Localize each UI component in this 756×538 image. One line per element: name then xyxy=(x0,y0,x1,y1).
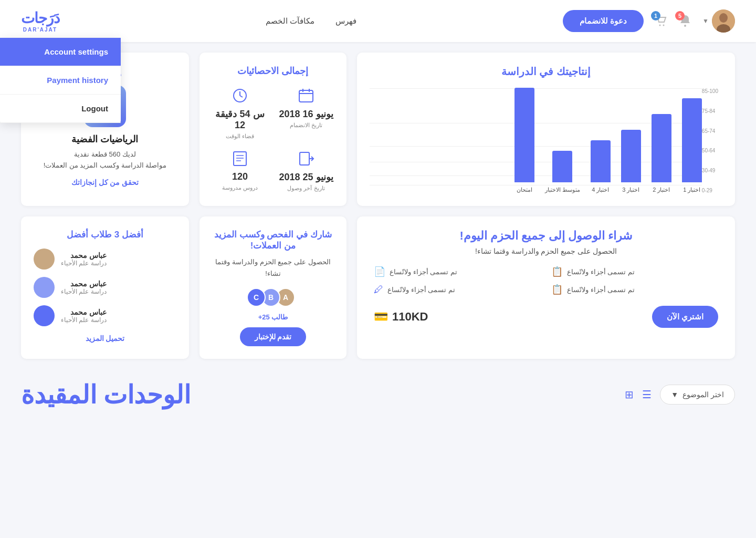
top-students-title: أفضل 3 طلاب أفضل xyxy=(34,229,176,240)
bar-2 xyxy=(652,114,671,182)
buy-now-button[interactable]: اشتري الآن xyxy=(652,306,718,328)
svg-rect-6 xyxy=(299,90,313,102)
bar-label-3: اختبار 3 xyxy=(622,187,639,193)
grid-view-icon[interactable]: ⊞ xyxy=(625,388,634,401)
student-subject-1: دراسة علم الأحياء xyxy=(61,260,107,267)
y-axis: 85-100 75-84 65-74 50-64 30-49 0-29 xyxy=(702,88,722,193)
bar-label-6: امتحان xyxy=(517,187,532,193)
bar-4 xyxy=(591,140,611,182)
avatars-row: A B C xyxy=(212,288,334,307)
y-label-4: 30-49 xyxy=(702,168,718,173)
buy-feature-label-3: تم تسمى أجزاء ولاتّساع xyxy=(567,286,635,294)
stat-last-visit: يونيو 25 2018 تاريخ آخر وصول xyxy=(278,150,334,192)
stat-join-value: يونيو 16 2018 xyxy=(278,108,334,120)
bottom-header: اختر الموضوع ▼ ☰ ⊞ الوحدات المقيدة xyxy=(21,380,735,409)
nav-browse[interactable]: فهرس xyxy=(335,16,356,26)
y-label-2: 65-74 xyxy=(702,128,718,134)
stat-lessons-desc: دروس مدروسة xyxy=(212,184,268,191)
svg-point-1 xyxy=(719,13,728,23)
chevron-down-icon: ▼ xyxy=(702,17,709,25)
svg-rect-13 xyxy=(300,152,309,165)
buy-card: شراء الوصول إلى جميع الحزم اليوم! الحصول… xyxy=(357,216,735,359)
student-count: طالب 25+ xyxy=(212,313,334,321)
bar-label-5: متوسط الاختبار xyxy=(545,187,580,193)
stats-card: إجمالى الاحصائيات يونيو 16 2018 تاريخ ال… xyxy=(200,53,346,206)
student-name-1: عباس محمد xyxy=(61,251,107,260)
mini-avatar-3: C xyxy=(247,288,266,307)
buy-feature-3: 📋 تم تسمى أجزاء ولاتّساع xyxy=(551,284,718,295)
subject-chevron-icon: ▼ xyxy=(671,390,678,399)
subject-select-label: اختر الموضوع xyxy=(682,390,724,399)
buy-feature-4: 🖊 تم تسمى أجزاء ولاتّساع xyxy=(374,284,541,295)
stat-last-value: يونيو 25 2018 xyxy=(278,171,334,183)
dropdown-account-settings[interactable]: Account settings xyxy=(0,38,121,66)
stats-title: إجمالى الاحصائيات xyxy=(212,65,334,77)
user-avatar-dropdown[interactable]: ▼ xyxy=(702,9,735,33)
svg-rect-15 xyxy=(234,152,246,165)
bar-group-2: اختبار 2 xyxy=(652,114,671,193)
student-avatar-3 xyxy=(34,305,55,326)
student-avatar-1 xyxy=(34,249,55,270)
achievement-desc: مواصلة الدراسة وكسب المزيد من العملات! xyxy=(34,160,176,171)
svg-point-3 xyxy=(684,25,686,27)
stat-time: س 54 دقيقة 12 قضاء الوقت xyxy=(212,87,268,140)
notification-button[interactable]: 5 xyxy=(678,14,692,28)
buy-feature-1: 📋 تم تسمى أجزاء ولاتّساع xyxy=(551,266,718,277)
svg-point-4 xyxy=(659,25,661,26)
bar-5 xyxy=(552,151,572,182)
bar-group-1: اختبار 1 xyxy=(682,98,702,193)
exam-share-title: شارك في الفحص وكسب المزيد من العملات! xyxy=(212,229,334,251)
stat-time-value: س 54 دقيقة 12 xyxy=(212,108,268,131)
student-subject-3: دراسة علم الأحياء xyxy=(61,316,107,324)
bar-3 xyxy=(621,130,641,182)
student-name-2: عباس محمد xyxy=(61,280,107,288)
bar-6 xyxy=(514,88,534,182)
dropdown-payment-history[interactable]: Payment history xyxy=(0,66,121,95)
exam-apply-button[interactable]: تقدم للإختبار xyxy=(240,327,307,346)
achievement-link[interactable]: تحقق من كل إنجازاتك xyxy=(71,178,139,187)
bar-group-5: متوسط الاختبار xyxy=(545,151,580,193)
login-icon xyxy=(278,150,334,167)
price-icon: 💳 xyxy=(374,310,388,324)
svg-line-12 xyxy=(240,96,243,97)
achievement-subject: الرياضيات الفضية xyxy=(34,133,176,145)
cart-button[interactable]: 1 xyxy=(654,14,668,28)
logo: دَرَجات DAR'AJAT xyxy=(21,9,59,33)
stats-grid: يونيو 16 2018 تاريخ الانضمام س 54 دقيقة … xyxy=(212,87,334,192)
list-view-icon[interactable]: ☰ xyxy=(642,388,652,401)
bar-label-2: اختبار 2 xyxy=(653,187,670,193)
y-label-0: 85-100 xyxy=(702,88,718,94)
exam-share-desc: الحصول على جميع الحزم والدراسة وقتما تشا… xyxy=(212,256,334,280)
stat-lessons: 120 دروس مدروسة xyxy=(212,150,268,192)
load-more-wrap: تحميل المزيد xyxy=(34,334,176,343)
bar-1 xyxy=(682,98,702,182)
achievement-link-wrap: تحقق من كل إنجازاتك xyxy=(34,178,176,187)
buy-feature-label-4: تم تسمى أجزاء ولاتّساع xyxy=(387,286,455,294)
top-students-card: أفضل 3 طلاب أفضل عباس محمد دراسة علم الأ… xyxy=(21,216,189,359)
bar-label-4: اختبار 4 xyxy=(592,187,609,193)
page-title: الوحدات المقيدة xyxy=(21,380,191,409)
chart-card: إنتاجيتك في الدراسة 85-100 75-84 65-74 5… xyxy=(357,53,735,206)
feature-icon-1: 📋 xyxy=(551,266,563,277)
stat-join-desc: تاريخ الانضمام xyxy=(278,122,334,129)
buy-feature-label-1: تم تسمى أجزاء ولاتّساع xyxy=(567,268,635,276)
buy-feature-label-2: تم تسمى أجزاء ولاتّساع xyxy=(390,268,457,276)
join-button[interactable]: دعوة للانضمام xyxy=(563,10,644,32)
student-item-3: عباس محمد دراسة علم الأحياء xyxy=(34,305,176,326)
chart-title: إنتاجيتك في الدراسة xyxy=(370,65,722,78)
buy-feature-2: 📄 تم تسمى أجزاء ولاتّساع xyxy=(374,266,541,277)
load-more-link[interactable]: تحميل المزيد xyxy=(86,334,125,343)
clock-icon xyxy=(212,87,268,104)
dropdown-menu: Account settings Payment history Logout xyxy=(0,38,121,123)
bar-group-3: اختبار 3 xyxy=(621,130,641,193)
student-info-1: عباس محمد دراسة علم الأحياء xyxy=(61,251,107,267)
avatar xyxy=(712,9,735,33)
stat-join-date: يونيو 16 2018 تاريخ الانضمام xyxy=(278,87,334,140)
subject-select[interactable]: اختر الموضوع ▼ xyxy=(660,385,735,405)
buy-footer: اشتري الآن 110KD 💳 xyxy=(374,306,718,328)
stat-last-desc: تاريخ آخر وصول xyxy=(278,185,334,192)
buy-features: 📋 تم تسمى أجزاء ولاتّساع 📄 تم تسمى أجزاء… xyxy=(374,266,718,295)
feature-icon-3: 📋 xyxy=(551,284,563,295)
nav-rewards[interactable]: مكافآت الخصم xyxy=(266,16,314,26)
dropdown-logout[interactable]: Logout xyxy=(0,95,121,123)
